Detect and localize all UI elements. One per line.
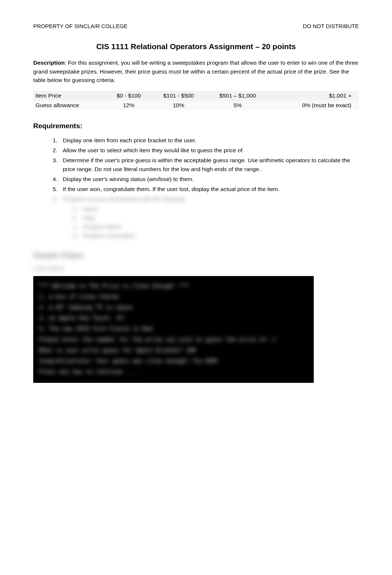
table-cell: $101 - $500 (151, 91, 206, 101)
console-line: Press any key to continue . . . (39, 367, 308, 377)
list-item: Allow the user to select which item they… (59, 146, 359, 155)
table-cell: $501 – $1,000 (206, 91, 269, 101)
list-item: If the user won, congratulate them. If t… (59, 185, 359, 194)
console-line: 3. an Apple One Touch, 15" (39, 313, 308, 323)
table-row: Item Price $0 - $100 $101 - $500 $501 – … (33, 91, 359, 101)
list-item: Display one item from each price bracket… (59, 136, 359, 145)
blurred-text: Program must be documented with the foll… (63, 196, 185, 202)
page-title: CIS 1111 Relational Operators Assignment… (33, 41, 359, 52)
requirements-heading: Requirements: (33, 121, 359, 131)
sub-list-item: Program Name (79, 222, 359, 231)
console-line: 1. a box of Lucky Charms (39, 292, 308, 302)
page-header: PROPERTY OF SINCLAIR COLLEGE DO NOT DIST… (33, 22, 359, 30)
list-item: Display the user's winning status (win/l… (59, 175, 359, 184)
table-cell: 12% (106, 101, 151, 110)
console-line: Congratulations! Your guess was close en… (39, 356, 308, 366)
console-line: 4. The new 2019 Ford Fiesta in Red (39, 324, 308, 334)
header-left: PROPERTY OF SINCLAIR COLLEGE (33, 22, 127, 30)
console-line: Please enter the number for the prize yo… (39, 335, 308, 345)
sample-output-section: Sample Output User Output *** Welcome to… (33, 251, 359, 382)
sub-list-item: Name (79, 205, 359, 214)
console-line: What is your price guess for Apple Airpo… (39, 346, 308, 355)
sub-list-item: Program Description (79, 231, 359, 240)
table-cell: $0 - $100 (106, 91, 151, 101)
list-item: Determine if the user's price guess is w… (59, 156, 359, 174)
console-blurred-content: *** Welcome to The Price is Close Enough… (39, 281, 308, 377)
sub-list-item: Date (79, 214, 359, 222)
header-right: DO NOT DISTRIBUTE (303, 22, 359, 30)
sample-heading: Sample Output (33, 251, 359, 261)
table-cell: 0% (must be exact) (269, 101, 359, 110)
sub-list: Name Date Program Name Program Descripti… (79, 205, 359, 240)
list-item-blurred: Program must be documented with the foll… (59, 195, 359, 240)
description-paragraph: Description: For this assignment, you wi… (33, 58, 359, 84)
table-cell: Item Price (33, 91, 106, 101)
console-output: *** Welcome to The Price is Close Enough… (33, 276, 314, 383)
table-cell: 5% (206, 101, 269, 110)
sample-subheading: User Output (33, 264, 359, 272)
table-cell: $1,001 + (269, 91, 359, 101)
table-row: Guess allowance 12% 10% 5% 0% (must be e… (33, 101, 359, 110)
table-cell: 10% (151, 101, 206, 110)
description-label: Description (33, 59, 65, 66)
console-line: 2. a 65" Samsung TV in space (39, 303, 308, 313)
table-cell: Guess allowance (33, 101, 106, 110)
criteria-table: Item Price $0 - $100 $101 - $500 $501 – … (33, 91, 359, 110)
console-line: *** Welcome to The Price is Close Enough… (39, 281, 308, 291)
description-text: : For this assignment, you will be writi… (33, 59, 358, 83)
requirements-list: Display one item from each price bracket… (59, 136, 359, 240)
